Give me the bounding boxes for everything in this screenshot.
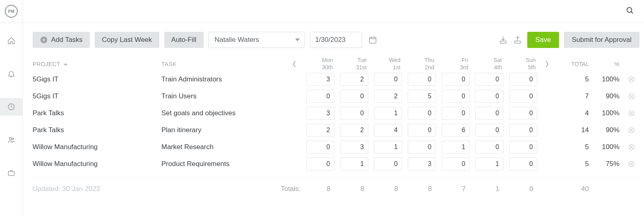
save-button[interactable]: Save xyxy=(527,32,559,48)
col-day-2: Wed1st xyxy=(370,57,404,71)
app-logo[interactable]: PM xyxy=(0,0,23,23)
add-tasks-label: Add Tasks xyxy=(51,36,83,44)
delete-row-button[interactable] xyxy=(623,93,640,100)
delete-row-button[interactable] xyxy=(623,160,640,168)
nav-notifications[interactable] xyxy=(0,65,23,83)
cell-project: Park Talks xyxy=(33,109,161,117)
hours-input[interactable] xyxy=(374,158,402,170)
hours-input[interactable] xyxy=(509,90,537,103)
main-content: Add Tasks Copy Last Week Auto-Fill Natal… xyxy=(23,23,644,216)
hours-input[interactable] xyxy=(306,158,334,170)
hours-input[interactable] xyxy=(408,107,436,120)
hours-input[interactable] xyxy=(509,124,537,137)
cell-total: 5 xyxy=(555,160,591,168)
close-circle-icon xyxy=(628,127,635,134)
nav-portfolio[interactable] xyxy=(0,164,23,182)
hours-input[interactable] xyxy=(408,124,436,137)
close-circle-icon xyxy=(628,110,635,117)
hours-input[interactable] xyxy=(306,90,334,103)
close-circle-icon xyxy=(628,76,635,83)
col-task[interactable]: TASK xyxy=(161,61,286,67)
hours-input[interactable] xyxy=(408,73,436,86)
logo-text: PM xyxy=(8,9,14,14)
submit-for-approval-button[interactable]: Submit for Approval xyxy=(564,32,640,48)
hours-input[interactable] xyxy=(442,107,470,120)
hours-input[interactable] xyxy=(306,141,334,154)
close-circle-icon xyxy=(628,160,635,168)
date-input[interactable] xyxy=(310,32,362,48)
hours-input[interactable] xyxy=(475,107,504,120)
hours-input[interactable] xyxy=(374,107,402,120)
user-select-value: Natalie Waters xyxy=(215,36,259,44)
hours-input[interactable] xyxy=(509,141,537,154)
col-day-1: Tue31st xyxy=(336,57,370,71)
cell-pct: 90% xyxy=(591,126,623,134)
hours-input[interactable] xyxy=(442,90,470,103)
hours-input[interactable] xyxy=(475,90,504,103)
hours-input[interactable] xyxy=(340,141,368,154)
prev-week-button[interactable] xyxy=(286,57,302,71)
hours-input[interactable] xyxy=(509,107,537,120)
hours-input[interactable] xyxy=(475,141,504,154)
hours-input[interactable] xyxy=(374,124,402,137)
hours-input[interactable] xyxy=(374,141,402,154)
delete-row-button[interactable] xyxy=(623,143,640,151)
col-day-4: Fri3rd xyxy=(438,57,471,71)
hours-input[interactable] xyxy=(442,124,470,137)
hours-input[interactable] xyxy=(442,141,470,154)
search-button[interactable] xyxy=(625,6,634,17)
user-select[interactable]: Natalie Waters xyxy=(208,32,305,48)
svg-point-3 xyxy=(9,137,11,139)
upload-icon xyxy=(513,35,522,44)
hours-input[interactable] xyxy=(306,73,334,86)
hours-input[interactable] xyxy=(374,90,402,103)
hours-input[interactable] xyxy=(475,73,504,86)
hours-input[interactable] xyxy=(475,124,504,137)
hours-input[interactable] xyxy=(408,158,436,170)
auto-fill-label: Auto-Fill xyxy=(171,36,196,44)
delete-row-button[interactable] xyxy=(623,110,640,117)
svg-rect-8 xyxy=(500,41,506,44)
auto-fill-button[interactable]: Auto-Fill xyxy=(164,32,204,48)
hours-input[interactable] xyxy=(306,107,334,120)
hours-input[interactable] xyxy=(340,73,368,86)
table-row: Park TalksPlan itinerary1490% xyxy=(33,122,640,139)
hours-input[interactable] xyxy=(374,73,402,86)
cell-pct: 100% xyxy=(591,75,623,83)
table-row: Willow ManufacturingProduct Requirements… xyxy=(33,156,640,172)
nav-home[interactable] xyxy=(0,32,23,50)
nav-timesheet[interactable] xyxy=(0,98,23,116)
hours-input[interactable] xyxy=(408,141,436,154)
updated-label: Updated: 30 Jan 2023 xyxy=(33,185,286,193)
add-tasks-button[interactable]: Add Tasks xyxy=(33,32,90,48)
cell-task: Market Research xyxy=(161,143,286,151)
copy-last-week-button[interactable]: Copy Last Week xyxy=(95,32,159,48)
export-button[interactable] xyxy=(513,35,522,45)
hours-input[interactable] xyxy=(509,158,537,170)
delete-row-button[interactable] xyxy=(623,127,640,134)
svg-point-4 xyxy=(12,138,14,139)
hours-input[interactable] xyxy=(340,124,368,137)
next-week-button[interactable] xyxy=(539,57,555,71)
hours-input[interactable] xyxy=(340,90,368,103)
hours-input[interactable] xyxy=(408,90,436,103)
hours-input[interactable] xyxy=(442,158,470,170)
delete-row-button[interactable] xyxy=(623,76,640,83)
hours-input[interactable] xyxy=(306,124,334,137)
cell-task: Train Administrators xyxy=(161,75,286,83)
col-project[interactable]: PROJECT xyxy=(33,61,161,67)
hours-input[interactable] xyxy=(475,158,504,170)
calendar-button[interactable] xyxy=(367,34,378,46)
cell-task: Product Requirements xyxy=(161,160,286,168)
svg-rect-7 xyxy=(369,37,376,44)
plus-circle-icon xyxy=(40,36,48,44)
close-circle-icon xyxy=(628,143,635,151)
hours-input[interactable] xyxy=(442,73,470,86)
import-button[interactable] xyxy=(498,35,508,45)
hours-input[interactable] xyxy=(340,107,368,120)
hours-input[interactable] xyxy=(509,73,537,86)
table-row: Park TalksSet goals and objectives4100% xyxy=(33,105,640,122)
cell-task: Plan itinerary xyxy=(161,126,286,134)
nav-team[interactable] xyxy=(0,131,23,149)
hours-input[interactable] xyxy=(340,158,368,170)
